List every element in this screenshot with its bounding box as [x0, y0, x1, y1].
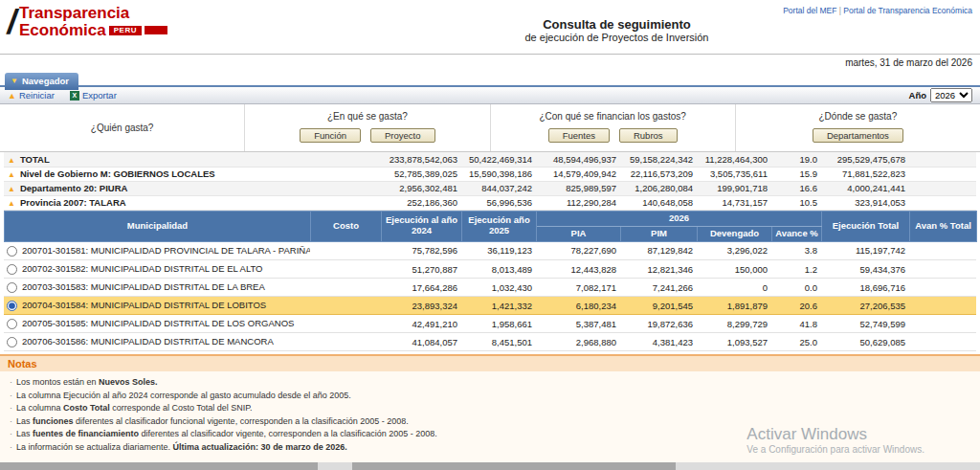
col-header-avance-total[interactable]: Avan % Total	[910, 211, 977, 241]
filter-button-fuentes[interactable]: Fuentes	[548, 128, 610, 143]
exportar-button[interactable]: X Exportar	[70, 90, 117, 101]
col-header-municipalidad[interactable]: Municipalidad	[5, 211, 311, 241]
summary-value: 50,422,469,314	[461, 152, 536, 167]
avan-total-value	[909, 279, 976, 297]
link-portal-mef[interactable]: Portal del MEF	[783, 6, 836, 15]
expand-triangle-icon[interactable]: ▲	[8, 170, 15, 179]
row-value: 6,180,234	[536, 297, 620, 315]
summary-row[interactable]: ▲TOTAL233,878,542,06350,422,469,31448,59…	[4, 152, 976, 167]
logo-line1: Transparencia	[19, 5, 167, 22]
filter-section: ¿Quién gasta?	[0, 104, 245, 151]
filter-button-departamentos[interactable]: Departamentos	[813, 128, 903, 143]
col-header-ejecucion-2024[interactable]: Ejecución al año 2024	[382, 211, 462, 241]
municipality-row[interactable]: 200704-301584: MUNICIPALIDAD DISTRITAL D…	[4, 297, 976, 315]
summary-label-cell: ▲Departamento 20: PIURA	[4, 181, 381, 195]
col-header-ejecucion-total[interactable]: Ejecución Total	[822, 211, 910, 241]
summary-value: 19.0	[771, 152, 821, 167]
filter-section: ¿Con qué se financian los gastos?Fuentes…	[491, 104, 736, 151]
link-portal-transparencia[interactable]: Portal de Transparencia Económica	[843, 6, 972, 15]
summary-value: 4,000,241,441	[821, 181, 909, 195]
scrollbar-thumb[interactable]	[352, 462, 676, 470]
summary-row[interactable]: ▲Provincia 2007: TALARA252,186,36056,996…	[4, 195, 976, 210]
row-value: 8,451,501	[461, 333, 536, 351]
municipality-radio[interactable]	[7, 246, 17, 257]
summary-value: 2,956,302,481	[381, 181, 461, 195]
summary-value: 16.6	[771, 181, 821, 195]
summary-label-cell: ▲Provincia 2007: TALARA	[4, 195, 381, 210]
logo-line2-text: Económica	[19, 22, 106, 39]
row-value: 23,893,324	[381, 297, 461, 315]
nota-text: La información se actualiza diariamente.	[16, 442, 173, 452]
summary-label: TOTAL	[20, 154, 50, 165]
tab-label: Navegador	[22, 76, 69, 86]
expand-triangle-icon[interactable]: ▲	[8, 185, 15, 193]
row-value: 1,421,332	[461, 297, 536, 315]
row-value: 1,958,661	[461, 315, 536, 333]
warning-triangle-icon: ▲	[8, 91, 16, 101]
summary-value: 14,579,409,942	[536, 167, 620, 181]
municipality-cell: 200704-301584: MUNICIPALIDAD DISTRITAL D…	[4, 297, 310, 315]
row-value: 41,084,057	[381, 333, 461, 351]
current-date: martes, 31 de marzo del 2026	[0, 55, 980, 70]
row-value: 150,000	[697, 260, 771, 279]
nota-text: La columna Ejecución al año 2024 corresp…	[16, 391, 351, 400]
filter-question: ¿Con qué se financian los gastos?	[539, 111, 685, 123]
municipality-row[interactable]: 200701-301581: MUNICIPALIDAD PROVINCIAL …	[4, 242, 976, 260]
filter-button-rubros[interactable]: Rubros	[619, 128, 678, 143]
avan-total-value	[909, 260, 976, 279]
col-header-devengado[interactable]: Devengado	[698, 226, 772, 241]
scrollbar-thumb[interactable]	[0, 462, 318, 470]
row-value: 36,119,123	[461, 242, 536, 260]
logo[interactable]: / Transparencia Económica PERU	[8, 5, 261, 39]
row-value: 9,201,545	[620, 297, 697, 315]
reiniciar-button[interactable]: ▲ Reiniciar	[8, 90, 55, 101]
summary-value: 71,881,522,823	[821, 167, 909, 181]
nota-text: fuentes de financiamiento	[33, 429, 139, 438]
row-value: 51,270,887	[381, 260, 461, 279]
row-value: 52,749,599	[821, 315, 909, 333]
summary-value: 15,590,398,186	[461, 167, 536, 181]
municipality-row[interactable]: 200703-301583: MUNICIPALIDAD DISTRITAL D…	[4, 279, 976, 297]
col-header-pia[interactable]: PIA	[537, 226, 621, 241]
year-select[interactable]: 2026	[930, 88, 972, 102]
summary-row[interactable]: ▲Departamento 20: PIURA2,956,302,481844,…	[4, 181, 976, 195]
municipality-cell: 200705-301585: MUNICIPALIDAD DISTRITAL D…	[4, 315, 310, 333]
row-value: 17,664,286	[381, 279, 461, 297]
municipality-row[interactable]: 200702-301582: MUNICIPALIDAD DISTRITAL D…	[4, 260, 976, 279]
municipality-row[interactable]: 200706-301586: MUNICIPALIDAD DISTRITAL D…	[4, 333, 976, 351]
costo-value	[310, 279, 381, 297]
notas-title: Notas	[0, 356, 980, 371]
row-value: 78,227,690	[536, 242, 620, 260]
costo-value	[310, 297, 381, 315]
col-header-pim[interactable]: PIM	[621, 226, 698, 241]
summary-value: 52,785,389,025	[381, 167, 461, 181]
municipality-cell: 200703-301583: MUNICIPALIDAD DISTRITAL D…	[4, 279, 310, 297]
col-header-costo[interactable]: Costo	[311, 211, 382, 241]
summary-avan-total	[909, 167, 976, 181]
bottom-scrollbar-track[interactable]	[0, 462, 980, 470]
summary-row[interactable]: ▲Nivel de Gobierno M: GOBIERNOS LOCALES5…	[4, 167, 976, 181]
row-value: 7,082,171	[536, 279, 620, 297]
municipality-radio[interactable]	[7, 337, 17, 347]
col-header-avance[interactable]: Avance %	[772, 226, 822, 241]
nota-item: ·La columna Ejecución al año 2024 corres…	[10, 390, 970, 403]
row-value: 4,381,423	[620, 333, 697, 351]
municipality-radio[interactable]	[7, 282, 17, 293]
municipality-row[interactable]: 200705-301585: MUNICIPALIDAD DISTRITAL D…	[4, 315, 976, 333]
tab-navegador[interactable]: ▼ Navegador	[5, 73, 78, 90]
bullet-icon: ·	[10, 442, 12, 452]
municipality-radio[interactable]	[7, 264, 17, 275]
municipality-radio[interactable]	[7, 301, 17, 311]
summary-value: 15.9	[771, 167, 821, 181]
municipality-radio[interactable]	[7, 319, 17, 329]
col-header-ejecucion-2025[interactable]: Ejecución año 2025	[462, 211, 537, 241]
filter-button-proyecto[interactable]: Proyecto	[370, 128, 435, 143]
summary-value: 59,158,224,342	[620, 152, 697, 167]
summary-label-cell: ▲TOTAL	[4, 152, 381, 167]
row-value: 75,782,596	[381, 242, 461, 260]
summary-value: 14,731,157	[697, 195, 771, 210]
filter-button-funcion[interactable]: Función	[300, 128, 361, 143]
expand-triangle-icon[interactable]: ▲	[8, 199, 15, 208]
expand-triangle-icon[interactable]: ▲	[8, 156, 15, 165]
links-separator: |	[839, 6, 841, 15]
